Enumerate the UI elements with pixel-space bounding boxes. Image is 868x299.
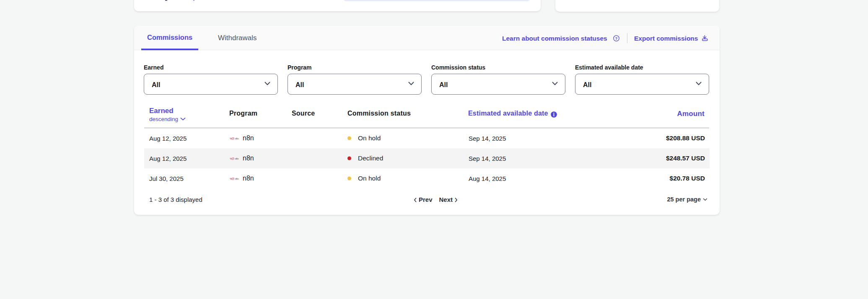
svg-text:?: ? (615, 36, 618, 41)
